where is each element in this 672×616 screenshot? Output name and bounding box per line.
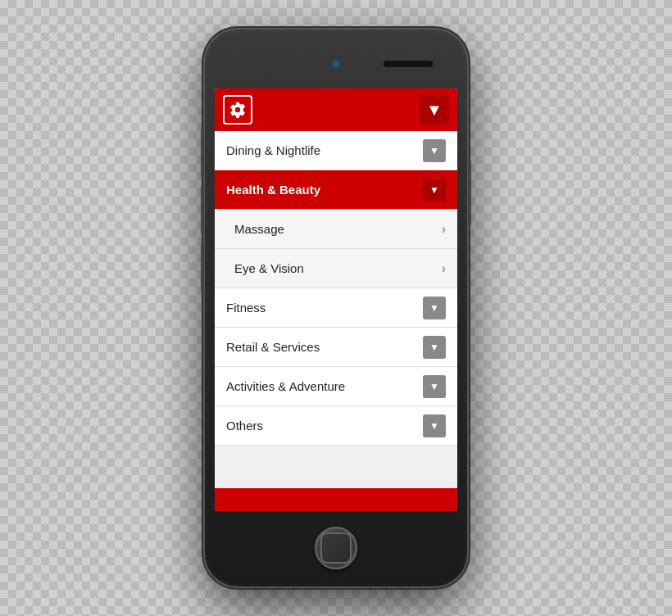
menu-item-retail[interactable]: Retail & Services ▼ (215, 328, 457, 367)
others-label: Others (226, 419, 263, 433)
phone-bottom (215, 519, 457, 577)
menu-item-health[interactable]: Health & Beauty ▼ (215, 170, 457, 210)
camera-dot (333, 61, 339, 67)
gear-button[interactable] (223, 95, 252, 125)
home-button-inner (320, 532, 352, 564)
fitness-chevron: ▼ (423, 297, 446, 319)
eye-chevron: › (442, 261, 446, 276)
menu-item-eye[interactable]: Eye & Vision › (215, 249, 457, 288)
dining-label: Dining & Nightlife (226, 143, 320, 157)
dining-chevron: ▼ (423, 139, 446, 162)
speaker-slot (384, 61, 433, 67)
phone-frame: ▼ Dining & Nightlife ▼ Health & Beauty ▼ (205, 29, 467, 587)
health-chevron: ▼ (423, 179, 446, 202)
menu-list: Dining & Nightlife ▼ Health & Beauty ▼ M… (215, 131, 457, 488)
filter-icon: ▼ (426, 101, 443, 120)
menu-item-activities[interactable]: Activities & Adventure ▼ (215, 367, 457, 406)
activities-chevron: ▼ (423, 375, 446, 398)
gear-icon (229, 101, 247, 119)
screen: ▼ Dining & Nightlife ▼ Health & Beauty ▼ (215, 88, 457, 511)
menu-item-others[interactable]: Others ▼ (215, 406, 457, 446)
screen-bezel: ▼ Dining & Nightlife ▼ Health & Beauty ▼ (215, 88, 457, 511)
header-bar: ▼ (215, 88, 457, 131)
fitness-label: Fitness (226, 301, 266, 315)
retail-label: Retail & Services (226, 340, 320, 354)
eye-label: Eye & Vision (234, 261, 304, 275)
retail-chevron: ▼ (423, 336, 446, 359)
massage-chevron: › (442, 222, 446, 237)
menu-item-dining[interactable]: Dining & Nightlife ▼ (215, 131, 457, 170)
menu-item-fitness[interactable]: Fitness ▼ (215, 288, 457, 328)
massage-label: Massage (234, 222, 284, 236)
home-button[interactable] (315, 527, 357, 569)
phone-top-bar (215, 39, 457, 88)
others-chevron: ▼ (423, 414, 446, 437)
filter-button[interactable]: ▼ (420, 95, 449, 125)
bottom-bar (215, 488, 457, 511)
health-label: Health & Beauty (226, 183, 320, 197)
menu-item-massage[interactable]: Massage › (215, 210, 457, 249)
activities-label: Activities & Adventure (226, 379, 345, 393)
